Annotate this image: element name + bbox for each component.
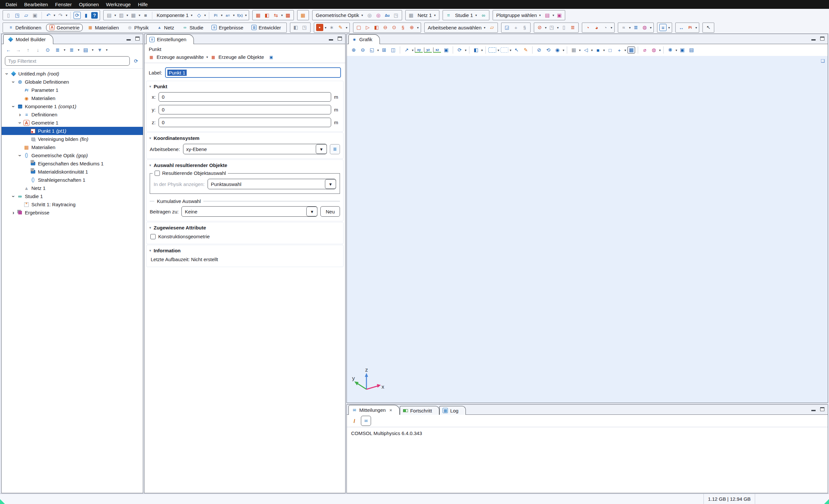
zoom-extents-icon[interactable] [380,46,388,53]
progress-tab[interactable]: Fortschritt [400,406,440,415]
variables-icon[interactable] [224,12,231,19]
section-information-header[interactable]: Information [146,246,343,255]
settings-tab[interactable]: Einstellungen [146,34,194,44]
graphics-context-menu-icon[interactable] [821,58,825,63]
sweep-icon[interactable] [521,24,528,31]
add-component-icon[interactable] [195,12,203,19]
settings-maximize-button[interactable] [338,37,342,40]
physics-show-select-chevron[interactable] [325,179,336,189]
menu-datei[interactable]: Datei [2,0,21,9]
projection-icon[interactable] [442,46,450,53]
rotate-chevron[interactable] [465,48,466,52]
square-primitive-icon[interactable] [373,24,380,31]
menu-fenster[interactable]: Fenster [52,0,75,9]
open-file-icon[interactable] [14,12,21,19]
show-icon[interactable] [44,46,51,53]
tab-definitionen[interactable]: Definitionen [5,24,44,31]
render-options-chevron[interactable] [603,48,605,52]
undo-chevron[interactable] [53,13,55,17]
expander[interactable] [10,194,16,199]
build-swap-icon[interactable] [272,12,280,19]
graphics-tab[interactable]: Grafik [349,34,380,44]
physics-combo[interactable]: Geometrische Optik [315,12,364,18]
import-table-icon[interactable] [255,12,262,19]
browse-folder-icon[interactable] [23,12,30,19]
help-icon[interactable] [91,12,98,19]
open-messages-window-button[interactable] [361,416,371,426]
scene-light-icon[interactable] [582,46,590,53]
parameter-measure-icon[interactable] [686,24,694,31]
view-xy-icon[interactable] [415,47,423,52]
contribute-select[interactable]: Keine [181,206,317,217]
add-component-chevron[interactable] [204,13,206,17]
chain-selection-icon[interactable] [620,24,627,31]
virtual-operations-icon[interactable] [584,24,591,31]
x-input[interactable] [158,92,331,102]
zoom-box-icon[interactable] [368,46,376,53]
functions-icon[interactable] [236,12,244,19]
build-window-icon[interactable] [263,12,271,19]
construction-geometry-checkbox[interactable] [150,234,155,239]
messages-maximize-button[interactable] [820,407,824,411]
zoom-box-chevron[interactable] [377,48,379,52]
contribute-select-chevron[interactable] [306,207,317,216]
snapshot-icon[interactable] [678,46,686,53]
transforms-icon[interactable] [548,24,555,31]
tree-item-strahleigenschaften[interactable]: Strahleigenschaften 1 [2,176,143,184]
menu-werkzeuge[interactable]: Werkzeuge [102,0,134,9]
parameters-icon[interactable] [212,12,219,19]
select-pointer-icon[interactable] [512,46,520,53]
tree-item-ergebnisse[interactable]: Ergebnisse [2,209,143,217]
sketch-icon[interactable] [337,24,344,31]
undo-icon[interactable] [45,12,52,19]
expander[interactable] [4,71,10,76]
transparency-chevron[interactable] [481,48,483,52]
build-all-button[interactable]: Erzeuge alle Objekte [218,54,264,60]
workplane-combo[interactable]: Arbeitsebene auswählen [427,25,487,30]
collapse-all-chevron[interactable] [64,48,65,51]
plot-stack-chevron[interactable] [552,13,554,17]
point-primitive-icon[interactable] [391,24,398,31]
booleans-icon[interactable] [536,24,543,31]
section-auswahl-header[interactable]: Auswahl resultierender Objekte [146,160,343,169]
expander[interactable] [17,120,23,125]
component-combo[interactable]: Komponente 1 [155,12,194,18]
select-box-icon[interactable] [489,47,496,52]
cursor-coordinates-icon[interactable] [705,24,712,31]
wand-icon[interactable] [328,24,335,31]
insert-node-icon[interactable] [130,12,137,19]
print-icon[interactable] [687,46,695,53]
settings-minimize-button[interactable] [329,39,333,40]
build-selected-button[interactable]: Erzeuge ausgewählte [156,54,204,60]
section-punkt-header[interactable]: Punkt [146,82,343,91]
build-all-icon[interactable] [284,12,292,19]
y-input[interactable] [158,105,331,114]
views-icon[interactable] [659,24,666,31]
refresh-filter-icon[interactable] [133,58,140,65]
render-options-icon[interactable] [594,46,602,53]
visibility-icon[interactable] [553,46,561,53]
booleans-chevron[interactable] [545,26,547,29]
more-primitives-chevron[interactable] [417,26,419,29]
model-builder-tab[interactable]: Model Builder [3,34,53,44]
update-plot-icon[interactable] [666,46,674,53]
new-file-icon[interactable] [5,12,12,19]
color-theme-chevron[interactable] [659,48,661,52]
bounding-box-icon[interactable] [606,46,614,53]
messages-minimize-button[interactable] [812,410,816,411]
tab-ergebnisse[interactable]: Ergebnisse [208,24,247,31]
filter-icon[interactable] [96,46,103,53]
log-tab[interactable]: Log [439,406,466,415]
new-button[interactable]: Neu [320,206,340,217]
conversions-icon[interactable] [560,24,568,31]
forward-icon[interactable] [15,46,22,53]
selection-list-icon[interactable] [632,24,639,31]
move-up-icon[interactable] [25,46,32,53]
settings-form-chevron[interactable] [127,13,128,17]
tree-item-punkt-1[interactable]: Punkt 1 (pt1) [2,127,143,135]
menu-bearbeiten[interactable]: Bearbeiten [21,0,52,9]
filter-input[interactable] [5,56,130,66]
build-settings-lock-icon[interactable] [316,24,323,31]
defeaturing-icon[interactable] [602,24,609,31]
menu-hilfe[interactable]: Hilfe [134,0,151,9]
